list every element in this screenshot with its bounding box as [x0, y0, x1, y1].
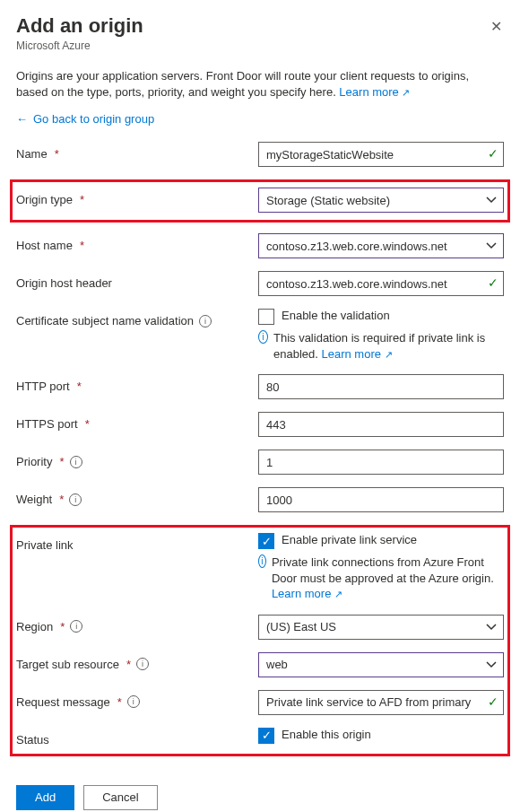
close-button[interactable]: ✕	[489, 14, 504, 39]
priority-input[interactable]	[258, 450, 504, 475]
info-icon[interactable]: i	[70, 620, 82, 633]
required-icon: *	[85, 417, 90, 431]
status-label: Status	[16, 733, 49, 747]
required-icon: *	[60, 620, 65, 633]
highlight-origin-type: Origin type* Storage (Static website)	[10, 179, 510, 223]
https-port-label: HTTPS port	[16, 417, 78, 431]
status-checkbox-label: Enable this origin	[282, 728, 371, 741]
info-icon[interactable]: i	[199, 315, 212, 327]
cert-validation-label: Certificate subject name validation	[16, 314, 194, 327]
name-input[interactable]	[258, 142, 504, 167]
request-message-label: Request message	[16, 695, 110, 709]
info-icon: i	[258, 554, 266, 568]
required-icon: *	[80, 193, 84, 206]
external-link-icon: ↗	[385, 349, 393, 360]
required-icon: *	[126, 658, 131, 671]
host-name-label: Host name	[16, 239, 73, 252]
origin-host-header-label: Origin host header	[16, 276, 112, 290]
info-icon: i	[258, 330, 268, 344]
private-link-learn-more-link[interactable]: Learn more ↗	[272, 587, 342, 600]
cert-validation-checkbox[interactable]	[258, 309, 274, 325]
add-button[interactable]: Add	[16, 785, 74, 810]
region-select[interactable]: (US) East US	[258, 615, 504, 640]
required-icon: *	[59, 493, 64, 506]
request-message-input[interactable]	[258, 690, 504, 715]
status-checkbox[interactable]	[258, 728, 274, 744]
https-port-input[interactable]	[258, 412, 504, 437]
private-link-helper: Private link connections from Azure Fron…	[272, 554, 504, 602]
cert-validation-learn-more-link[interactable]: Learn more ↗	[321, 347, 392, 361]
target-sub-resource-label: Target sub resource	[16, 658, 119, 671]
cert-validation-helper: This validation is required if private l…	[273, 330, 504, 362]
page-subtitle: Microsoft Azure	[16, 39, 143, 52]
target-sub-resource-select[interactable]: web	[258, 652, 504, 677]
http-port-input[interactable]	[258, 374, 504, 399]
page-title: Add an origin	[16, 14, 143, 38]
back-link[interactable]: Go back to origin group	[33, 112, 154, 126]
external-link-icon: ↗	[402, 87, 410, 98]
host-name-select[interactable]: contoso.z13.web.core.windows.net	[258, 233, 504, 258]
cert-validation-checkbox-label: Enable the validation	[282, 309, 390, 322]
required-icon: *	[55, 147, 59, 161]
origin-type-label: Origin type	[16, 193, 73, 206]
info-icon[interactable]: i	[69, 493, 82, 506]
http-port-label: HTTP port	[16, 380, 70, 393]
required-icon: *	[77, 380, 82, 393]
intro-learn-more-link[interactable]: Learn more ↗	[339, 85, 410, 99]
origin-host-header-input[interactable]	[258, 271, 504, 296]
private-link-label: Private link	[16, 538, 74, 552]
priority-label: Priority	[16, 455, 52, 468]
region-label: Region	[16, 620, 53, 633]
private-link-checkbox-label: Enable private link service	[282, 533, 417, 546]
info-icon[interactable]: i	[70, 456, 82, 468]
weight-label: Weight	[16, 493, 52, 506]
origin-type-select[interactable]: Storage (Static website)	[258, 188, 504, 213]
name-label: Name	[16, 147, 48, 161]
required-icon: *	[80, 239, 84, 252]
info-icon[interactable]: i	[136, 658, 149, 670]
required-icon: *	[117, 695, 122, 709]
cancel-button[interactable]: Cancel	[83, 785, 157, 810]
back-arrow-icon: ←	[16, 112, 28, 126]
highlight-private-link: Private link Enable private link service…	[10, 525, 510, 756]
private-link-checkbox[interactable]	[258, 533, 274, 549]
info-icon[interactable]: i	[127, 695, 140, 708]
required-icon: *	[59, 455, 64, 468]
intro-text: Origins are your application servers. Fr…	[16, 68, 504, 100]
weight-input[interactable]	[258, 487, 504, 512]
external-link-icon: ↗	[334, 589, 342, 599]
